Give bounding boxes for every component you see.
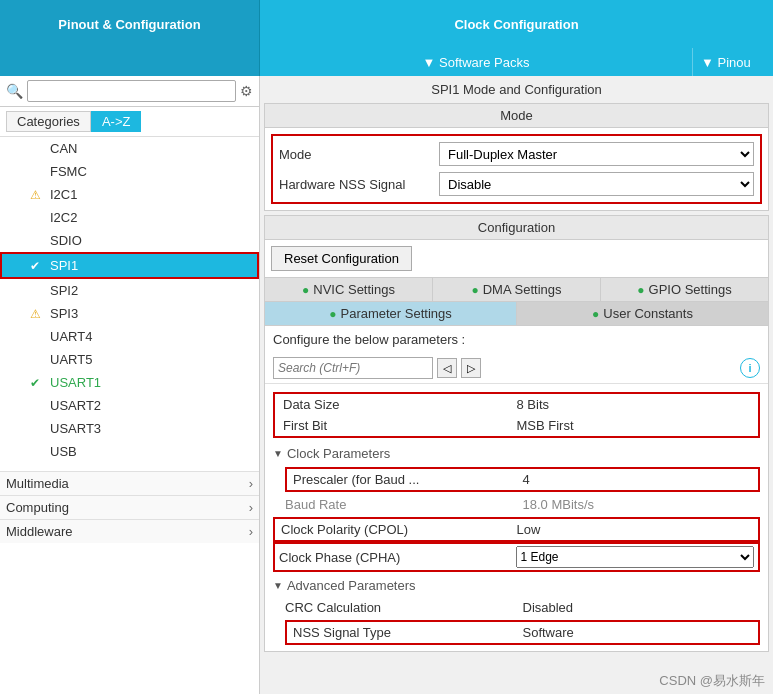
params-search-bar: ◁ ▷ i: [265, 353, 768, 384]
clock-polarity-row: Clock Polarity (CPOL) Low: [273, 517, 760, 542]
check-icon-spi1: ✔: [30, 259, 46, 273]
sub-header-spacer: [0, 48, 260, 76]
sidebar-item-spi1[interactable]: ✔ SPI1: [0, 252, 259, 279]
sidebar-item-spi3[interactable]: ⚠ SPI3: [0, 302, 259, 325]
clock-params-label: Clock Parameters: [287, 446, 390, 461]
sidebar-item-sdio[interactable]: SDIO: [0, 229, 259, 252]
first-bit-value: MSB First: [517, 418, 751, 433]
sidebar-list: CAN FSMC ⚠ I2C1 I2C2 SDIO ✔ SPI1: [0, 137, 259, 694]
nss-row: NSS Signal Type Software: [285, 620, 760, 645]
sidebar-item-usart2[interactable]: USART2: [0, 394, 259, 417]
clock-phase-label: Clock Phase (CPHA): [279, 550, 516, 565]
tab-nvic-settings[interactable]: ● NVIC Settings: [265, 278, 433, 301]
sidebar-item-i2c2[interactable]: I2C2: [0, 206, 259, 229]
params-search-input[interactable]: [273, 357, 433, 379]
user-const-check-icon: ●: [592, 307, 599, 321]
sidebar-group-computing[interactable]: Computing ›: [0, 495, 259, 519]
mode-select[interactable]: Full-Duplex Master: [439, 142, 754, 166]
tab-gpio-settings[interactable]: ● GPIO Settings: [601, 278, 768, 301]
sidebar-item-uart5[interactable]: UART5: [0, 348, 259, 371]
data-size-value: 8 Bits: [517, 397, 751, 412]
clock-phase-select[interactable]: 1 Edge 2 Edge: [516, 546, 755, 568]
config-section-header: Configuration: [265, 216, 768, 240]
top-header: Pinout & Configuration Clock Configurati…: [0, 0, 773, 48]
prescaler-label: Prescaler (for Baud ...: [293, 472, 523, 487]
mode-section: Mode Mode Full-Duplex Master Hardware NS…: [264, 103, 769, 211]
clock-chevron-icon: ▼: [273, 448, 283, 459]
tab-categories[interactable]: Categories: [6, 111, 91, 132]
sidebar-group-middleware[interactable]: Middleware ›: [0, 519, 259, 543]
clock-polarity-label: Clock Polarity (CPOL): [281, 522, 517, 537]
clock-tab-label: Clock Configuration: [454, 17, 578, 32]
clock-tab[interactable]: Clock Configuration: [260, 0, 773, 48]
nvic-check-icon: ●: [302, 283, 309, 297]
sidebar-item-spi2[interactable]: SPI2: [0, 279, 259, 302]
tab-dma-settings[interactable]: ● DMA Settings: [433, 278, 601, 301]
configure-label: Configure the below parameters :: [265, 326, 768, 353]
dma-check-icon: ●: [471, 283, 478, 297]
mode-label: Mode: [279, 147, 439, 162]
gpio-check-icon: ●: [637, 283, 644, 297]
search-icon: 🔍: [6, 83, 23, 99]
warning-icon-spi3: ⚠: [30, 307, 46, 321]
mode-box: Mode Full-Duplex Master Hardware NSS Sig…: [271, 134, 762, 204]
hardware-nss-label: Hardware NSS Signal: [279, 177, 439, 192]
content-area: SPI1 Mode and Configuration Mode Mode Fu…: [260, 76, 773, 694]
pinout-sub-link[interactable]: ▼ Pinou: [693, 48, 773, 76]
data-size-row: Data Size 8 Bits: [275, 394, 758, 415]
crc-label: CRC Calculation: [285, 600, 523, 615]
sidebar-item-fsmc[interactable]: FSMC: [0, 160, 259, 183]
software-packs-link[interactable]: ▼ Software Packs: [260, 48, 693, 76]
sub-tabs-row: ● Parameter Settings ● User Constants: [265, 302, 768, 326]
sub-tab-user-constants[interactable]: ● User Constants: [517, 302, 768, 325]
tab-az[interactable]: A->Z: [91, 111, 142, 132]
chevron-middleware: ›: [249, 524, 253, 539]
clock-polarity-value: Low: [517, 522, 753, 537]
baud-rate-label: Baud Rate: [285, 497, 523, 512]
advanced-params-label: Advanced Parameters: [287, 578, 416, 593]
sidebar-item-uart4[interactable]: UART4: [0, 325, 259, 348]
crc-row: CRC Calculation Disabled: [265, 597, 768, 618]
nss-value: Software: [523, 625, 753, 640]
content-title: SPI1 Mode and Configuration: [260, 76, 773, 103]
sidebar-group-multimedia[interactable]: Multimedia ›: [0, 471, 259, 495]
chevron-computing: ›: [249, 500, 253, 515]
baud-rate-value: 18.0 MBits/s: [523, 497, 761, 512]
search-input[interactable]: [27, 80, 236, 102]
gear-icon[interactable]: ⚙: [240, 83, 253, 99]
sidebar-item-usb[interactable]: USB: [0, 440, 259, 463]
pinout-tab[interactable]: Pinout & Configuration: [0, 0, 260, 48]
pinout-tab-label: Pinout & Configuration: [58, 17, 200, 32]
config-tabs-row: ● NVIC Settings ● DMA Settings ● GPIO Se…: [265, 277, 768, 302]
reset-config-button[interactable]: Reset Configuration: [271, 246, 412, 271]
sidebar-item-usart3[interactable]: USART3: [0, 417, 259, 440]
main-layout: 🔍 ⚙ Categories A->Z CAN FSMC ⚠: [0, 76, 773, 694]
warning-icon-i2c1: ⚠: [30, 188, 46, 202]
chevron-multimedia: ›: [249, 476, 253, 491]
search-prev-button[interactable]: ◁: [437, 358, 457, 378]
sidebar-item-usart1[interactable]: ✔ USART1: [0, 371, 259, 394]
sidebar-item-can[interactable]: CAN: [0, 137, 259, 160]
nss-label: NSS Signal Type: [293, 625, 523, 640]
advanced-chevron-icon: ▼: [273, 580, 283, 591]
sub-tab-parameter-settings[interactable]: ● Parameter Settings: [265, 302, 517, 325]
first-bit-row: First Bit MSB First: [275, 415, 758, 436]
advanced-params-section: ▼ Advanced Parameters: [265, 574, 768, 597]
watermark: CSDN @易水斯年: [659, 672, 765, 690]
search-next-button[interactable]: ▷: [461, 358, 481, 378]
info-icon[interactable]: i: [740, 358, 760, 378]
mode-section-header: Mode: [265, 104, 768, 128]
hardware-nss-row: Hardware NSS Signal Disable: [279, 172, 754, 196]
mode-row: Mode Full-Duplex Master: [279, 142, 754, 166]
prescaler-row: Prescaler (for Baud ... 4: [285, 467, 760, 492]
first-bit-label: First Bit: [283, 418, 517, 433]
sidebar-item-i2c1[interactable]: ⚠ I2C1: [0, 183, 259, 206]
hardware-nss-select[interactable]: Disable: [439, 172, 754, 196]
prescaler-value: 4: [523, 472, 753, 487]
basic-params-box: Data Size 8 Bits First Bit MSB First: [273, 392, 760, 438]
params-area: Data Size 8 Bits First Bit MSB First ▼ C…: [265, 384, 768, 651]
clock-phase-row: Clock Phase (CPHA) 1 Edge 2 Edge: [273, 542, 760, 572]
sidebar: 🔍 ⚙ Categories A->Z CAN FSMC ⚠: [0, 76, 260, 694]
sidebar-search-bar: 🔍 ⚙: [0, 76, 259, 107]
param-check-icon: ●: [329, 307, 336, 321]
